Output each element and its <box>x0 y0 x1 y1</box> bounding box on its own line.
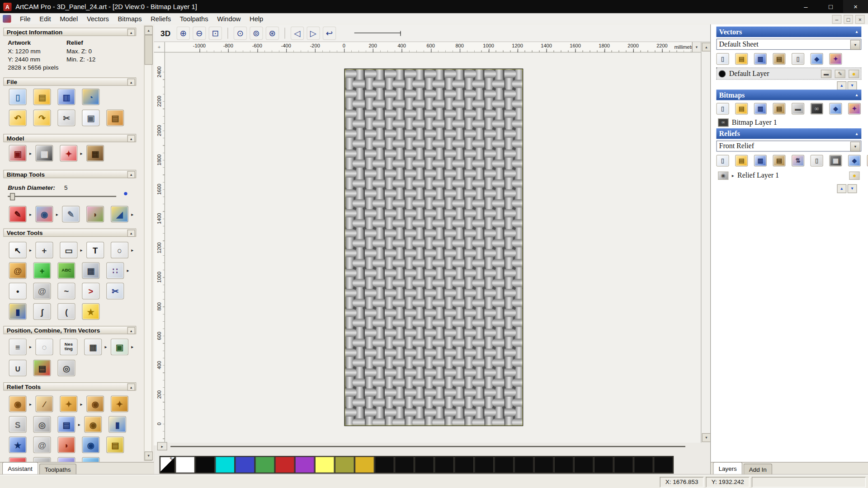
zoom-in-icon[interactable]: ⊕ <box>176 26 189 39</box>
export-model-icon[interactable]: ◔ <box>82 89 99 105</box>
mdi-close-button[interactable]: × <box>855 15 865 24</box>
mdi-restore-button[interactable]: □ <box>844 15 853 24</box>
zoom-window-icon[interactable]: ⊡ <box>209 26 222 39</box>
move-layer-up-icon[interactable]: ▲ <box>837 81 846 90</box>
paste-icon[interactable]: ▤ <box>106 109 124 126</box>
vector-layer-row[interactable]: Default Layer ▬ ✎ ● <box>716 67 861 80</box>
save-bitmap-layer-icon[interactable]: ▥ <box>754 103 767 115</box>
create-arc-icon[interactable]: ( <box>57 303 75 320</box>
menu-help[interactable]: Help <box>245 14 268 24</box>
align-vectors-flyout-arrow-icon[interactable]: ▸ <box>29 344 32 349</box>
collapse-section-button[interactable]: ▲ <box>127 135 135 142</box>
spiral-copy-icon[interactable]: ◎ <box>57 360 75 376</box>
ruler-options-button[interactable]: ▼ <box>692 42 701 52</box>
layer-colour-swatch[interactable] <box>718 70 726 77</box>
menu-edit[interactable]: Edit <box>35 14 56 24</box>
colour-swatch-6[interactable] <box>295 456 315 473</box>
scroll-right-icon[interactable]: ▸ <box>157 442 167 450</box>
collapse-section-button[interactable]: ▲ <box>127 384 135 391</box>
group-vectors-flyout-arrow-icon[interactable]: ▸ <box>131 344 133 349</box>
create-ellipse-icon[interactable]: ○ <box>111 242 128 258</box>
relief-tool-a-icon[interactable] <box>9 457 27 462</box>
import-relief-layer-icon[interactable]: ▤ <box>773 155 785 167</box>
wrap-vectors-icon[interactable]: ▮ <box>9 303 27 320</box>
colour-swatch-15[interactable] <box>474 456 494 473</box>
brush-diameter-slider-handle[interactable] <box>10 193 15 200</box>
layer-relief-icon[interactable]: ▤ <box>106 436 124 453</box>
collapse-section-button[interactable]: ▲ <box>127 79 135 86</box>
paint-icon[interactable]: ✎ <box>9 206 27 223</box>
ruler-origin-button[interactable]: + <box>154 42 165 52</box>
collapse-section-button[interactable]: ▲ <box>855 93 859 97</box>
new-bitmap-layer-icon[interactable]: ▯ <box>716 103 729 115</box>
interactive-weave-icon[interactable]: ◎ <box>33 416 51 433</box>
nesting-icon[interactable]: Nes ting <box>60 338 77 355</box>
create-polygon-icon[interactable]: ∷ <box>106 262 124 279</box>
menu-file[interactable]: File <box>15 14 35 24</box>
primary-secondary-colour-swatch[interactable]: ✎ <box>160 456 175 473</box>
collapse-section-button[interactable]: ▲ <box>855 131 859 136</box>
lighting-material-icon[interactable]: ✦ <box>60 145 77 162</box>
block-copy-flyout-arrow-icon[interactable]: ▸ <box>104 344 107 349</box>
create-spiral-icon[interactable]: @ <box>9 262 27 279</box>
undo-icon[interactable]: ↶ <box>9 109 27 126</box>
join-vectors-icon[interactable]: ∪ <box>9 360 27 376</box>
colour-swatch-3[interactable] <box>235 456 255 473</box>
tab-assistant[interactable]: Assistant <box>2 462 38 474</box>
colour-swatch-17[interactable] <box>514 456 534 473</box>
adjust-model-icon[interactable]: ▩ <box>35 145 53 162</box>
create-rectangle-icon[interactable]: ▭ <box>60 242 77 258</box>
collapse-section-button[interactable]: ▲ <box>127 29 135 36</box>
assistant-scrollbar[interactable]: ▲ ▼ <box>144 25 152 461</box>
expand-layer-icon[interactable]: ▸ <box>732 173 734 178</box>
new-relief-layer-icon[interactable]: ▯ <box>716 155 729 167</box>
carve-relief-icon[interactable]: ∕ <box>35 396 53 413</box>
cut-icon[interactable]: ✂ <box>57 109 75 126</box>
shape-editor-icon[interactable]: ◉ <box>86 396 104 413</box>
menu-bitmaps[interactable]: Bitmaps <box>113 14 146 24</box>
colour-palette-icon[interactable]: ◗ <box>86 206 104 223</box>
layer-visibility-bulb-icon[interactable]: ● <box>849 171 859 179</box>
transform-vectors-icon[interactable]: + <box>35 242 53 258</box>
2d-view-canvas[interactable] <box>165 52 701 442</box>
offset-vectors-icon[interactable]: @ <box>33 283 51 300</box>
scroll-up-icon[interactable]: ▲ <box>145 26 153 35</box>
create-text-block-icon[interactable]: ABC <box>57 262 75 279</box>
move-layer-down-icon[interactable]: ▼ <box>848 184 857 193</box>
paint-flyout-arrow-icon[interactable]: ▸ <box>29 211 32 216</box>
tab-layers[interactable]: Layers <box>713 462 742 474</box>
delete-bitmap-layer-icon[interactable]: ◆ <box>829 103 842 115</box>
merge-relief-layer-icon[interactable]: ▦ <box>829 155 842 167</box>
open-bitmap-layer-icon[interactable]: ▤ <box>735 103 748 115</box>
colour-swatch-16[interactable] <box>494 456 514 473</box>
star-relief-icon[interactable]: ★ <box>9 436 27 453</box>
select-vectors-icon[interactable]: ↖ <box>9 242 27 258</box>
paint-selective-icon[interactable]: ◉ <box>35 206 53 223</box>
bitmap-preview-icon[interactable]: ∞ <box>718 118 728 126</box>
colour-picker-icon[interactable]: ✎ <box>62 206 80 223</box>
smooth-relief-icon[interactable]: S <box>9 416 27 433</box>
create-rectangle-flyout-arrow-icon[interactable]: ▸ <box>80 248 83 253</box>
colour-swatch-8[interactable] <box>335 456 354 473</box>
minimize-button[interactable]: – <box>793 0 818 13</box>
scrollbar-thumb[interactable] <box>145 35 153 65</box>
colour-swatch-0[interactable] <box>175 456 195 473</box>
scroll-up-icon[interactable]: ▲ <box>702 42 711 52</box>
move-layer-down-icon[interactable]: ▼ <box>848 81 857 90</box>
collapse-section-button[interactable]: ▲ <box>127 327 135 334</box>
relief-tool-b-icon[interactable] <box>33 457 51 462</box>
relief-layer-row[interactable]: ◉ ▸ Relief Layer 1 ● <box>716 169 861 182</box>
colour-swatch-20[interactable] <box>574 456 594 473</box>
colour-swatch-2[interactable] <box>215 456 235 473</box>
canvas-horizontal-scrollbar[interactable]: ▸ <box>157 442 705 450</box>
zoom-selected-icon[interactable]: ⊛ <box>266 26 279 39</box>
flood-fill-flyout-arrow-icon[interactable]: ▸ <box>131 211 133 216</box>
colour-swatch-10[interactable] <box>375 456 394 473</box>
menu-vectors[interactable]: Vectors <box>82 14 113 24</box>
redo-icon[interactable]: ↷ <box>33 109 51 126</box>
copy-relief-layer-icon[interactable]: ▯ <box>811 155 823 167</box>
colour-swatch-24[interactable] <box>654 456 673 473</box>
sheet-selector-dropdown[interactable]: Default Sheet ▼ <box>716 39 861 50</box>
canvas-vertical-scrollbar[interactable]: ▲ ▼ <box>701 42 710 443</box>
relief-claw-icon[interactable]: ✦ <box>111 396 128 413</box>
